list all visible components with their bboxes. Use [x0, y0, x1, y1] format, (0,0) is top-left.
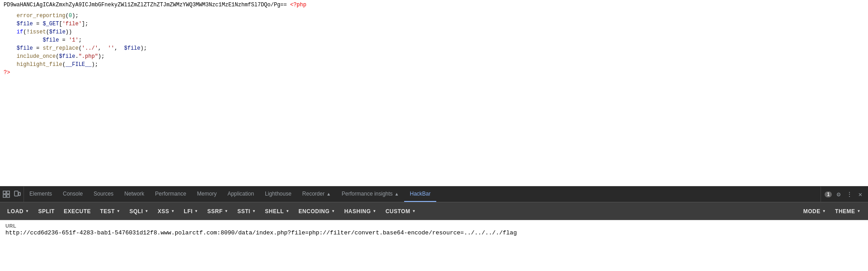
mode-button[interactable]: MODE ▼ — [800, 206, 830, 216]
shell-button[interactable]: SHELL ▼ — [261, 206, 293, 216]
devtools-left-icons — [0, 187, 24, 202]
close-devtools-icon[interactable]: ✕ — [856, 190, 864, 198]
theme-arrow-icon: ▼ — [857, 209, 861, 213]
code-line-2: $file = $_GET['file']; — [0, 20, 868, 28]
code-line-1: error_reporting(0); — [0, 12, 868, 20]
load-button[interactable]: LOAD ▼ — [4, 206, 33, 216]
more-options-icon[interactable]: ⋮ — [845, 190, 854, 198]
svg-rect-3 — [7, 195, 9, 197]
devtools-right-icons: 1 ⚙ ⋮ ✕ — [821, 187, 868, 202]
hackbar-toolbar: LOAD ▼ SPLIT EXECUTE TEST ▼ SQLI ▼ XSS ▼… — [0, 202, 868, 220]
code-line-7: highlight_file(__FILE__); — [0, 61, 868, 69]
code-line-5: $file = str_replace('../', '', $file); — [0, 44, 868, 52]
lfi-button[interactable]: LFI ▼ — [180, 206, 202, 216]
devtools-tabs: Elements Console Sources Network Perform… — [24, 187, 821, 202]
sqli-arrow-icon: ▼ — [145, 209, 148, 213]
hashing-arrow-icon: ▼ — [373, 209, 376, 213]
hashing-button[interactable]: HASHING ▼ — [340, 206, 380, 216]
tab-elements[interactable]: Elements — [24, 187, 57, 202]
svg-rect-0 — [3, 191, 6, 194]
svg-rect-4 — [14, 191, 18, 196]
ssti-arrow-icon: ▼ — [252, 209, 256, 213]
execute-button[interactable]: EXECUTE — [60, 206, 94, 216]
performance-insights-icon: ▲ — [395, 192, 399, 196]
url-bar: URL http://ccd6d236-651f-4283-bab1-54760… — [0, 220, 868, 254]
shell-arrow-icon: ▼ — [286, 209, 289, 213]
inspect-icon[interactable] — [3, 191, 10, 198]
tab-memory[interactable]: Memory — [192, 187, 222, 202]
encoding-button[interactable]: ENCODING ▼ — [295, 206, 339, 216]
tab-performance[interactable]: Performance — [150, 187, 192, 202]
tab-performance-insights[interactable]: Performance insights ▲ — [336, 187, 405, 202]
encoding-arrow-icon: ▼ — [331, 209, 335, 213]
ssrf-button[interactable]: SSRF ▼ — [204, 206, 232, 216]
ssti-button[interactable]: SSTI ▼ — [234, 206, 259, 216]
encoded-string-line: PD9waHANCiAgICAkZmxhZyA9ICJmbGFnekyZWl1Z… — [0, 0, 868, 10]
split-button[interactable]: SPLIT — [34, 206, 58, 216]
tab-hackbar[interactable]: HackBar — [404, 187, 436, 202]
custom-arrow-icon: ▼ — [412, 209, 415, 213]
tab-lighthouse[interactable]: Lighthouse — [259, 187, 297, 202]
tab-recorder[interactable]: Recorder ▲ — [297, 187, 336, 202]
device-icon[interactable] — [14, 191, 21, 198]
mode-arrow-icon: ▼ — [822, 209, 826, 213]
tab-network[interactable]: Network — [119, 187, 150, 202]
tab-application[interactable]: Application — [222, 187, 259, 202]
theme-button[interactable]: THEME ▼ — [831, 206, 864, 216]
code-line-4: $file = '1'; — [0, 36, 868, 44]
code-line-3: if(!isset($file)) — [0, 28, 868, 36]
devtools-bar: Elements Console Sources Network Perform… — [0, 186, 868, 202]
encoded-string: PD9waHANCiAgICAkZmxhZyA9ICJmbGFnekyZWl1Z… — [4, 2, 287, 8]
ssrf-arrow-icon: ▼ — [225, 209, 228, 213]
test-arrow-icon: ▼ — [117, 209, 120, 213]
svg-rect-2 — [3, 195, 6, 197]
code-line-8: ?> — [0, 69, 868, 77]
load-arrow-icon: ▼ — [25, 209, 29, 213]
svg-rect-1 — [7, 191, 9, 194]
badge-count: 1 — [825, 192, 832, 197]
lfi-arrow-icon: ▼ — [194, 209, 198, 213]
xss-button[interactable]: XSS ▼ — [154, 206, 179, 216]
svg-rect-5 — [19, 192, 20, 196]
settings-icon[interactable]: ⚙ — [835, 190, 843, 198]
tab-console[interactable]: Console — [57, 187, 88, 202]
xss-arrow-icon: ▼ — [171, 209, 175, 213]
code-line-6: include_once($file.".php"); — [0, 52, 868, 61]
recorder-icon: ▲ — [326, 192, 331, 196]
custom-button[interactable]: CUSTOM ▼ — [382, 206, 420, 216]
tab-sources[interactable]: Sources — [88, 187, 119, 202]
sqli-button[interactable]: SQLI ▼ — [126, 206, 152, 216]
php-tag: <?php — [287, 2, 307, 8]
test-button[interactable]: TEST ▼ — [96, 206, 124, 216]
code-editor: error_reporting(0); $file = $_GET['file'… — [0, 10, 868, 186]
url-value[interactable]: http://ccd6d236-651f-4283-bab1-5476031d1… — [5, 229, 863, 236]
url-label: URL — [5, 223, 863, 229]
